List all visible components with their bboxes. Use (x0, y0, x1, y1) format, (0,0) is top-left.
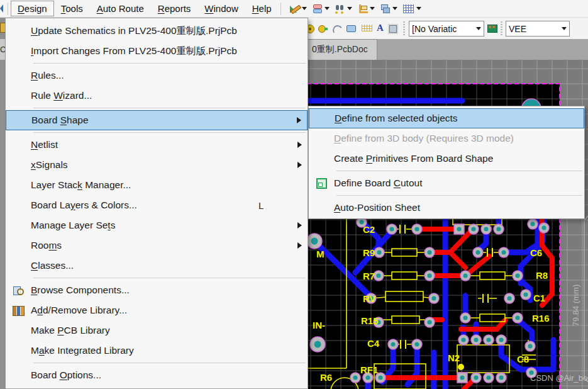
menu-item-board-layers-colors[interactable]: Board Layers & Colors...L (6, 195, 308, 215)
utilities-button[interactable] (287, 2, 309, 15)
menu-item-rule-wizard[interactable]: Rule Wizard... (6, 86, 308, 106)
menu-item-label: Make Integrated Library (31, 345, 258, 356)
menu-separator (33, 278, 306, 278)
silkscreen-label: C1 (533, 293, 545, 303)
submenu-arrow-icon (291, 162, 308, 168)
add-remove-library-icon (13, 306, 25, 316)
menu-item-board-shape[interactable]: Board Shape (6, 110, 308, 130)
net-select[interactable]: VEE (506, 21, 570, 37)
polygon-pour-button[interactable] (359, 21, 374, 33)
dock-grip-icon (0, 4, 3, 13)
menu-item-import-changes-from-plv25-400-prjpcb[interactable]: Import Changes From PLV25-400重制版.PrjPcb (6, 41, 308, 61)
menu-item-label: Make PCB Library (31, 325, 258, 336)
chevron-down-icon (370, 7, 375, 10)
silkscreen-label: C2 (363, 224, 375, 235)
menu-item-make-integrated-library[interactable]: Make Integrated Library (6, 341, 308, 361)
menu-item-label: Classes... (31, 260, 258, 271)
board-cutout-icon (316, 178, 327, 189)
menu-item-label: Manage Layer Sets (31, 220, 258, 231)
menu-item-create-primitives-from-board-shape[interactable]: Create Primitives From Board Shape (309, 149, 584, 169)
silkscreen-label: R7 (363, 271, 375, 281)
submenu-arrow-icon (291, 242, 308, 249)
menu-separator (33, 63, 306, 64)
arc-tool-button[interactable] (330, 21, 344, 35)
menubar-item-help[interactable]: Help (245, 1, 279, 16)
menu-item-define-from-3d-body-requires-3d-mode[interactable]: Define from 3D body (Requires 3D mode) (309, 128, 584, 149)
menu-separator (336, 195, 582, 196)
menu-item-add-remove-library[interactable]: Add/Remove Library... (6, 300, 308, 320)
menu-separator (33, 132, 306, 133)
menubar-item-design[interactable]: Design (11, 1, 54, 16)
document-tab-label: 0重制.PcbDoc (312, 44, 368, 55)
silkscreen-label: R8 (536, 270, 548, 281)
menu-item-label: Define from 3D body (Requires 3D mode) (334, 133, 535, 144)
chevron-down-icon (476, 27, 481, 30)
snap-grid-button[interactable] (401, 3, 423, 15)
chevron-down-icon (392, 7, 397, 10)
variant-select[interactable]: [No Variatic (409, 21, 484, 37)
fill-tool-button[interactable] (344, 21, 358, 35)
menu-separator (33, 108, 306, 108)
menu-item-label: Rooms (31, 240, 258, 251)
variant-board-button[interactable] (485, 21, 499, 35)
toolbar-separator (8, 3, 9, 15)
silkscreen-label: M (316, 249, 325, 259)
document-tab[interactable]: 0重制.PcbDoc (302, 39, 377, 60)
submenu-arrow-icon (291, 142, 308, 148)
menu-item-board-options[interactable]: Board Options... (6, 365, 308, 385)
menu-item-label: Define Board Cutout (334, 178, 535, 189)
menu-item-define-from-selected-objects[interactable]: Define from selected objects (309, 108, 584, 128)
menu-item-label: Import Changes From PLV25-400重制版.PrjPcb (31, 45, 258, 58)
menu-item-label: Define from selected objects (335, 113, 535, 124)
dimension-icon (357, 3, 368, 14)
menu-item-label: Board Shape (31, 115, 258, 126)
menu-item-rooms[interactable]: Rooms (6, 235, 308, 256)
placement-icon (312, 3, 323, 14)
menu-item-define-board-cutout[interactable]: Define Board Cutout (309, 173, 584, 193)
menubar-item-window[interactable]: Window (197, 1, 245, 16)
left-edge-strip: C (0, 18, 5, 389)
design-menu-popup: Update Schematics in PLV25-400重制版.PrjPcb… (5, 18, 308, 389)
menu-item-xsignals[interactable]: xSignals (6, 155, 308, 175)
menu-item-label: Create Primitives From Board Shape (334, 153, 535, 164)
menu-item-manage-layer-sets[interactable]: Manage Layer Sets (6, 215, 308, 235)
menu-item-make-pcb-library[interactable]: Make PCB Library (6, 320, 308, 341)
board-shape-submenu-popup: Define from selected objectsDefine from … (308, 106, 585, 219)
placement-button[interactable] (310, 2, 331, 15)
menu-item-layer-stack-manager[interactable]: Layer Stack Manager... (6, 175, 308, 195)
menu-item-label: Board Layers & Colors... (31, 200, 258, 211)
menu-item-browse-components[interactable]: Browse Components... (6, 280, 308, 300)
menu-separator (336, 171, 582, 171)
via-tool-button[interactable] (315, 21, 330, 35)
silkscreen-label: C8 (517, 354, 529, 364)
watermark: CSDN @Air_bo (530, 373, 587, 383)
room-button[interactable] (378, 2, 399, 15)
utilities-icon (289, 3, 300, 14)
component-tool-button[interactable] (386, 21, 400, 35)
silkscreen-label: C4 (367, 338, 380, 349)
menubar-item-auto-route[interactable]: Auto Route (90, 1, 151, 16)
menu-item-label: Layer Stack Manager... (31, 179, 258, 191)
menu-item-update-schematics-in-plv25-400-prjpcb[interactable]: Update Schematics in PLV25-400重制版.PrjPcb (6, 21, 308, 41)
menu-item-rules[interactable]: Rules... (6, 65, 308, 86)
net-select-value: VEE (506, 24, 562, 34)
dimension-button[interactable] (355, 2, 377, 15)
menu-item-classes[interactable]: Classes... (6, 256, 308, 276)
find-similar-icon (335, 3, 345, 14)
menubar-item-reports[interactable]: Reports (151, 1, 198, 16)
browse-components-icon (13, 285, 24, 296)
silkscreen-label: N2 (448, 352, 460, 363)
find-similar-button[interactable] (333, 2, 354, 15)
menu-item-shortcut: L (258, 200, 291, 211)
silkscreen-label: R15 (361, 315, 379, 326)
chevron-down-icon (416, 7, 421, 10)
fill-icon (346, 23, 357, 33)
menubar-item-tools[interactable]: Tools (54, 1, 90, 16)
silkscreen-label: R6 (320, 372, 332, 383)
menu-item-auto-position-sheet[interactable]: Auto-Position Sheet (309, 198, 584, 218)
menu-item-netlist[interactable]: Netlist (6, 135, 308, 155)
string-icon (375, 23, 386, 33)
menu-item-label: Rules... (31, 70, 258, 81)
silkscreen-label: R16 (532, 313, 550, 324)
menu-item-label: Board Options... (31, 369, 258, 381)
